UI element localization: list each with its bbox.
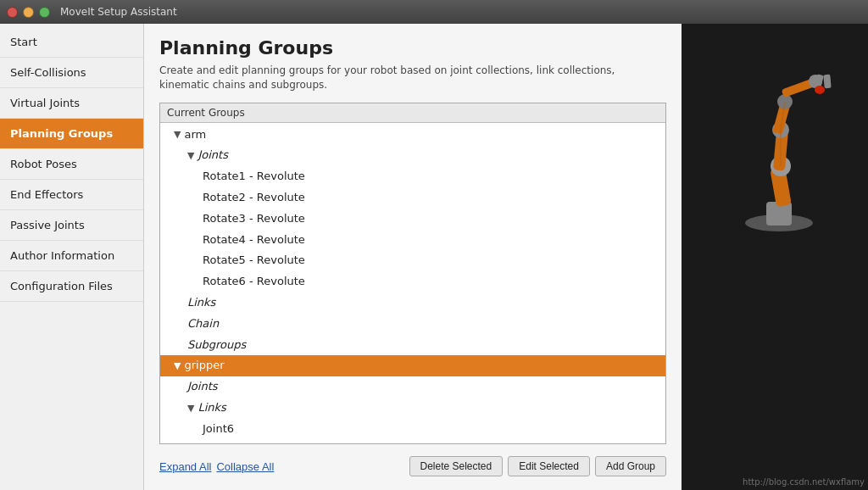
sidebar-item-start[interactable]: Start — [0, 27, 143, 58]
robot-svg — [707, 66, 851, 236]
page-title: Planning Groups — [159, 37, 666, 58]
svg-point-12 — [815, 86, 825, 94]
tree-row-gripper[interactable]: ▼ gripper — [160, 355, 665, 376]
expand-all-button[interactable]: Expand All — [159, 460, 211, 473]
maximize-button[interactable] — [39, 7, 50, 18]
tree-row[interactable]: Rotate2 - Revolute — [160, 187, 665, 209]
tree-row-label: Rotate2 - Revolute — [203, 189, 305, 207]
titlebar: MoveIt Setup Assistant — [0, 0, 868, 24]
app-body: Start Self-Collisions Virtual Joints Pla… — [0, 24, 868, 490]
add-group-button[interactable]: Add Group — [595, 456, 666, 476]
robot-visualization: http://blog.csdn.net/wxflamy — [682, 24, 868, 490]
edit-selected-button[interactable]: Edit Selected — [508, 456, 590, 476]
sidebar-item-passive-joints[interactable]: Passive Joints — [0, 210, 143, 241]
sidebar-item-robot-poses[interactable]: Robot Poses — [0, 149, 143, 180]
tree-row[interactable]: ▼ Links — [160, 398, 665, 419]
sidebar-item-self-collisions[interactable]: Self-Collisions — [0, 58, 143, 88]
main-content: Planning Groups Create and edit planning… — [144, 24, 682, 490]
tree-row-label: Rotate3 - Revolute — [203, 210, 305, 228]
minimize-button[interactable] — [23, 7, 34, 18]
tree-row[interactable]: Chain — [160, 314, 665, 335]
tree-row-label: Rotate5 - Revolute — [203, 252, 305, 270]
delete-selected-button[interactable]: Delete Selected — [409, 456, 504, 476]
svg-rect-11 — [823, 75, 831, 89]
sidebar-item-end-effectors[interactable]: End Effectors — [0, 180, 143, 210]
arrow-icon: ▼ — [187, 148, 194, 164]
tree-row[interactable]: Joints — [160, 376, 665, 398]
tree-row-label: Joint6 — [203, 420, 234, 438]
close-button[interactable] — [7, 7, 18, 18]
tree-row-label: gripper — [184, 357, 224, 375]
sidebar-item-configuration-files[interactable]: Configuration Files — [0, 271, 143, 302]
tree-row[interactable]: Rotate6 - Revolute — [160, 271, 665, 292]
tree-row-label: Links — [187, 294, 215, 312]
tree-row[interactable]: ▼ arm — [160, 125, 665, 146]
window-title: MoveIt Setup Assistant — [60, 6, 177, 18]
tree-row-label: arm — [184, 126, 206, 144]
tree-panel[interactable]: Current Groups ▼ arm ▼ Joints Rotate1 - … — [159, 103, 666, 444]
arrow-icon: ▼ — [174, 359, 181, 374]
tree-row[interactable]: Links — [160, 292, 665, 314]
collapse-all-button[interactable]: Collapse All — [216, 460, 274, 473]
tree-header: Current Groups — [160, 103, 665, 123]
tree-row[interactable]: Joint6 — [160, 419, 665, 440]
tree-row-label: Rotate6 - Revolute — [203, 273, 305, 291]
tree-body: ▼ arm ▼ Joints Rotate1 - Revolute Rotate… — [160, 123, 665, 444]
tree-row[interactable]: Rotate1 - Revolute — [160, 166, 665, 187]
sidebar: Start Self-Collisions Virtual Joints Pla… — [0, 24, 144, 490]
tree-row[interactable]: ▼ Joints — [160, 145, 665, 166]
page-description: Create and edit planning groups for your… — [159, 64, 666, 92]
tree-row[interactable]: Subgroups — [160, 335, 665, 356]
tree-row-label: Rotate4 - Revolute — [203, 231, 305, 249]
tree-row-label: Joints — [187, 378, 218, 396]
tree-row-label: Chain — [187, 315, 219, 333]
watermark: http://blog.csdn.net/wxflamy — [743, 477, 865, 487]
tree-row-label: Chain — [187, 442, 219, 444]
tree-row[interactable]: Rotate3 - Revolute — [160, 209, 665, 230]
tree-row-label: Subgroups — [187, 337, 246, 354]
tree-row[interactable]: Rotate4 - Revolute — [160, 230, 665, 251]
tree-row[interactable]: Rotate5 - Revolute — [160, 250, 665, 271]
tree-row-label: Links — [198, 399, 225, 417]
bottom-toolbar: Expand All Collapse All Delete Selected … — [159, 453, 666, 476]
sidebar-item-author-information[interactable]: Author Information — [0, 241, 143, 271]
tree-row[interactable]: Chain — [160, 440, 665, 444]
sidebar-item-planning-groups[interactable]: Planning Groups — [0, 119, 143, 149]
arrow-icon: ▼ — [174, 127, 181, 142]
arrow-icon: ▼ — [187, 401, 194, 416]
tree-row-label: Rotate1 - Revolute — [203, 168, 305, 186]
tree-row-label: Joints — [198, 147, 228, 164]
sidebar-item-virtual-joints[interactable]: Virtual Joints — [0, 88, 143, 119]
